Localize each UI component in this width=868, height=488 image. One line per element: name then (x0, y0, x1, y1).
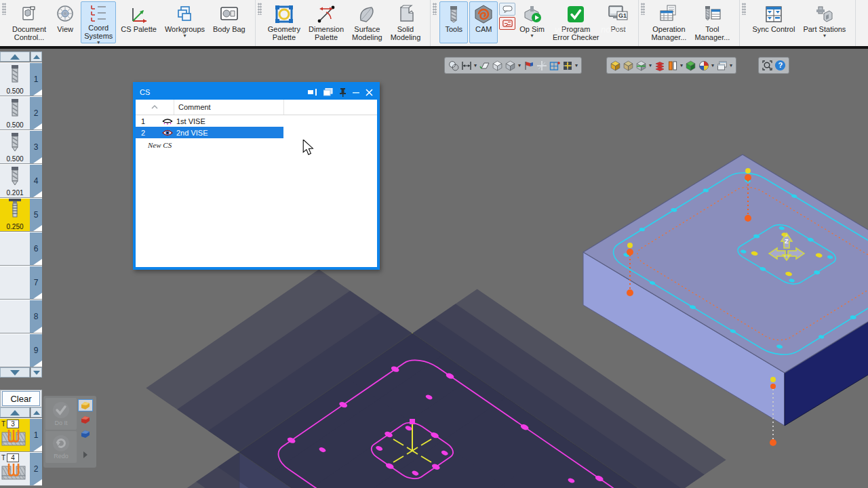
tool-slot-tab[interactable]: 7 (30, 266, 42, 299)
ribbon-button-geometry-palette[interactable]: GeometryPalette (264, 1, 304, 43)
scroll-end-button[interactable] (31, 367, 42, 378)
ribbon-button-part-stations[interactable]: Part Stations▾ (800, 1, 849, 43)
solid-blue-icon[interactable] (78, 428, 93, 440)
ribbon-button-view[interactable]: View (51, 1, 79, 43)
tool-slot-9[interactable]: 9 (0, 333, 42, 367)
scroll-top-button[interactable] (31, 52, 42, 62)
eye-open-icon[interactable] (159, 129, 176, 136)
caret-down-icon[interactable]: ▾ (679, 62, 684, 68)
ribbon-button-document-control[interactable]: DocumentControl... (9, 1, 50, 43)
help-icon[interactable]: ? (774, 59, 787, 72)
tool-slot-tab[interactable]: 9 (30, 334, 42, 367)
ribbon-button-program-error-checker[interactable]: ProgramError Checker (549, 1, 602, 43)
ribbon-button-tool-manager[interactable]: ToolManager... (691, 1, 733, 43)
sheet-icon[interactable] (478, 59, 491, 72)
grid-move-icon[interactable] (561, 59, 574, 72)
ribbon-button-solid-modeling[interactable]: SolidModeling (387, 1, 425, 43)
cs-row-2nd-vise[interactable]: 22nd VISE (136, 127, 283, 138)
ribbon-button-operation-manager[interactable]: OperationManager... (648, 1, 690, 43)
scroll-top-button[interactable] (31, 407, 42, 418)
tool-slot-5[interactable]: 0.2505 (0, 198, 42, 232)
flag-icon[interactable] (522, 59, 535, 72)
cube-green-icon[interactable] (684, 59, 697, 72)
caret-down-icon[interactable]: ▾ (648, 62, 653, 68)
scroll-up-button[interactable] (0, 52, 30, 62)
layers-red-icon[interactable] (653, 59, 666, 72)
redo-button[interactable]: Redo (45, 431, 77, 463)
sort-column-header[interactable] (136, 100, 174, 115)
eye-closed-icon[interactable] (159, 118, 176, 125)
tool-slot-8[interactable]: 8 (0, 300, 42, 333)
ribbon-button-post[interactable]: G1Post (604, 1, 632, 43)
scroll-up-button[interactable] (0, 407, 30, 418)
operation-tile-1[interactable]: T31 (0, 418, 42, 452)
ribbon-button-sync-control[interactable]: Sync Control (749, 1, 798, 43)
caret-down-icon[interactable]: ▾ (823, 33, 826, 38)
ribbon-button-cs-palette[interactable]: CS Palette (117, 1, 160, 43)
caret-down-icon[interactable]: ▾ (728, 62, 734, 68)
tool-slot-tab[interactable]: 2 (30, 97, 42, 129)
new-cs-item[interactable]: New CS (136, 138, 377, 149)
view-spheres-icon[interactable] (447, 59, 460, 72)
group-drag-handle-icon[interactable] (258, 3, 262, 15)
cube-cut-icon[interactable] (635, 59, 648, 72)
ribbon-button-tools[interactable]: Tools (439, 1, 468, 43)
tool-slot-tab[interactable]: 6 (30, 232, 42, 265)
tool-slot-4[interactable]: 0.2014 (0, 164, 42, 198)
tool-slot-3[interactable]: 0.5003 (0, 130, 42, 164)
ribbon-button-surface-modeling[interactable]: SurfaceModeling (349, 1, 386, 43)
cube-gray-icon[interactable] (504, 59, 517, 72)
tool-slot-tab[interactable]: 4 (30, 165, 42, 197)
tool-slot-6[interactable]: 6 (0, 232, 42, 266)
ribbon-button-workgroups[interactable]: Workgroups▾ (161, 1, 208, 43)
solid-red-icon[interactable] (78, 413, 93, 426)
comment-column-header[interactable]: Comment (174, 100, 284, 115)
cs-dialog-titlebar[interactable]: CS (136, 85, 377, 100)
pin-icon[interactable] (339, 88, 347, 97)
ribbon-button-coord-systems[interactable]: CoordSystems▾ (81, 1, 116, 43)
cube-yellow-icon[interactable] (609, 59, 622, 72)
tool-slot-7[interactable]: 7 (0, 266, 42, 300)
tool-slot-tab[interactable]: 5 (30, 199, 42, 231)
cam-bubble-button[interactable] (499, 3, 515, 16)
group-drag-handle-icon[interactable] (433, 3, 437, 15)
close-icon[interactable] (366, 89, 373, 96)
zoom-extents-icon[interactable] (460, 59, 473, 72)
group-drag-handle-icon[interactable] (641, 3, 645, 15)
grid-add-icon[interactable] (548, 59, 561, 72)
solid-yellow-icon[interactable] (78, 399, 93, 411)
group-drag-handle-icon[interactable] (742, 3, 746, 15)
clear-button[interactable]: Clear (2, 391, 40, 406)
viewport-3d[interactable]: Z (0, 0, 868, 488)
dock-icon[interactable] (308, 89, 317, 96)
axes-icon[interactable] (535, 59, 548, 72)
ribbon-button-op-sim[interactable]: Op Sim▾ (516, 1, 548, 43)
tool-slot-2[interactable]: 0.5002 (0, 96, 42, 130)
ribbon-button-dimension-palette[interactable]: DimensionPalette (305, 1, 347, 43)
caret-down-icon[interactable]: ▾ (517, 62, 522, 68)
cube-white-icon[interactable] (491, 59, 504, 72)
caret-down-icon[interactable]: ▾ (531, 33, 534, 38)
tool-slot-tab[interactable]: 8 (30, 300, 42, 333)
ribbon-button-body-bag[interactable]: Body Bag (210, 1, 249, 43)
caret-down-icon[interactable]: ▾ (183, 33, 186, 38)
cam-toolpath-button[interactable] (499, 17, 515, 30)
expand-arrow-icon[interactable] (83, 451, 87, 458)
cs-row-1st-vise[interactable]: 11st VISE (136, 115, 283, 127)
columns-orange-icon[interactable] (666, 59, 679, 72)
caret-down-icon[interactable]: ▾ (97, 40, 100, 45)
zoom-region-icon[interactable] (761, 59, 774, 72)
tool-slot-tab[interactable]: 1 (30, 63, 42, 96)
do-it-button[interactable]: Do It (45, 398, 77, 430)
layers-icon[interactable] (323, 88, 333, 96)
operation-tab[interactable]: 2 (30, 453, 42, 485)
caret-down-icon[interactable]: ▾ (574, 62, 579, 68)
caret-down-icon[interactable]: ▾ (710, 62, 715, 68)
group-drag-handle-icon[interactable] (2, 3, 6, 15)
operation-tile-2[interactable]: T42 (0, 452, 42, 486)
cube-yellow-open-icon[interactable] (622, 59, 635, 72)
ribbon-button-cam[interactable]: CAM (469, 1, 498, 43)
minimize-icon[interactable] (353, 89, 359, 96)
caret-down-icon[interactable]: ▾ (473, 62, 478, 68)
operation-tab[interactable]: 1 (30, 419, 42, 451)
